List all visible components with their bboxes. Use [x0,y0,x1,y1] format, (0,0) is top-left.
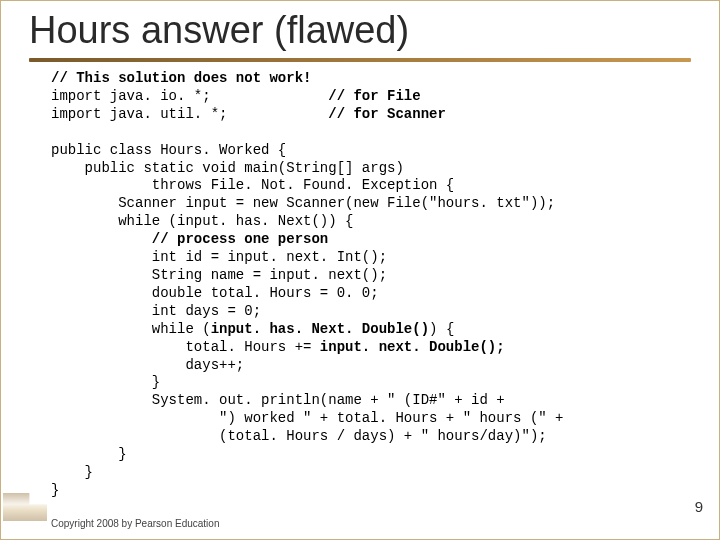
code-line: // This solution does not work! [51,70,311,86]
code-line: ) { [429,321,454,337]
decorative-graphic [3,493,47,521]
code-line: while (input. has. Next()) { [51,213,353,229]
code-block: // This solution does not work! import j… [51,70,719,500]
title-underline [29,58,691,62]
code-line: int days = 0; [51,303,261,319]
code-line: while ( [51,321,211,337]
code-bold: input. next. Double(); [320,339,505,355]
code-line: String name = input. next(); [51,267,387,283]
code-line: days++; [51,357,244,373]
code-line: import java. io. *; [51,88,328,104]
page-number: 9 [695,498,703,515]
code-line: Scanner input = new Scanner(new File("ho… [51,195,555,211]
code-line: } [51,464,93,480]
code-line: System. out. println(name + " (ID#" + id… [51,392,505,408]
slide: Hours answer (flawed) // This solution d… [0,0,720,540]
slide-title: Hours answer (flawed) [29,9,719,52]
code-line: public class Hours. Worked { [51,142,286,158]
code-line: total. Hours += [51,339,320,355]
code-line: (total. Hours / days) + " hours/day)"); [51,428,547,444]
code-line: double total. Hours = 0. 0; [51,285,379,301]
code-line: // process one person [51,231,328,247]
copyright-text: Copyright 2008 by Pearson Education [51,518,219,529]
code-line: } [51,374,160,390]
code-line: } [51,446,127,462]
code-line: ") worked " + total. Hours + " hours (" … [51,410,563,426]
code-bold: input. has. Next. Double() [211,321,429,337]
code-line: throws File. Not. Found. Exception { [51,177,454,193]
code-line: int id = input. next. Int(); [51,249,387,265]
code-comment: // for File [328,88,420,104]
code-line: } [51,482,59,498]
code-line: import java. util. *; [51,106,328,122]
code-line: public static void main(String[] args) [51,160,404,176]
code-comment: // for Scanner [328,106,446,122]
